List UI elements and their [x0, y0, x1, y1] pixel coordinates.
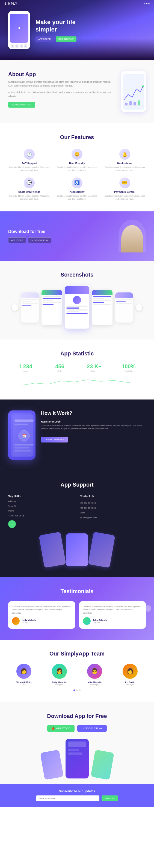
svg-rect-8	[14, 420, 34, 422]
testimonial-text-1: Curabitur blandit tempus porttitor. Maec…	[83, 605, 142, 615]
feature-item-4: ♿ Accessibility Curabitur blandit tempus…	[56, 178, 98, 201]
banner-appstore-btn[interactable]: APP STORE	[8, 238, 26, 243]
about-body2: Nullam id dolor id nibh ultricies vehicu…	[8, 91, 116, 98]
author-avatar-1	[83, 617, 91, 625]
team-carousel-dots	[8, 689, 146, 691]
team-role-2: Developer	[79, 683, 111, 685]
support-section: App Support Say Hello Address Triton Str…	[0, 471, 154, 577]
support-send-btn[interactable]: →	[8, 520, 16, 528]
support-title: App Support	[8, 482, 146, 488]
team-role-3: Manager	[114, 683, 146, 685]
team-section: Our SimplyApp Team 👩 Elizabeth Miller CE…	[0, 640, 154, 702]
googleplay-button[interactable]: GOOGLE PLAY	[56, 36, 77, 42]
stats-section: App Statistic 1 234 Users 456 Calls 23 K…	[0, 340, 154, 400]
feature-title-1: User Friendly	[56, 162, 98, 164]
testimonial-text-0: Curabitur blandit tempus porttitor. Maec…	[12, 605, 71, 615]
how-phone: 📅	[8, 410, 36, 460]
feature-desc-4: Curabitur blandit tempus porttitor. Maec…	[56, 194, 98, 201]
testimonials-next[interactable]: ›	[145, 605, 151, 612]
svg-rect-9	[14, 424, 28, 425]
feature-icon-2: 🔔	[119, 149, 130, 160]
carousel-prev[interactable]: ‹	[12, 304, 18, 311]
svg-rect-12	[14, 444, 34, 445]
hero-section: SIMPLY ✦ ⊞ ⊞ ⊞ ⊞ Make y	[0, 0, 154, 60]
download-banner-section: Download for free APP STORE ▷ GOOGLE PLA…	[0, 211, 154, 261]
how-phone-screen: 📅	[11, 413, 33, 457]
testimonial-author-0: Kelly Michelle Designer	[12, 617, 71, 625]
feature-icon-3: 💬	[24, 178, 35, 188]
google-play-icon: ▷	[31, 239, 33, 242]
phone-app-icon: ✦	[17, 25, 21, 31]
feature-title-3: Chats with Friends	[8, 191, 50, 193]
support-phone-2	[66, 533, 88, 566]
stats-wave-chart	[8, 376, 146, 388]
support-address: Address Triton Str.	[8, 500, 74, 508]
nav-dot-2	[146, 3, 148, 4]
download-text: Download for free APP STORE ▷ GOOGLE PLA…	[8, 229, 51, 243]
about-section: About App Curabitur blandit tempus portt…	[0, 60, 154, 123]
subscribe-section: Subscribe to our updates Subscribe	[0, 784, 154, 807]
how-title: How it Work?	[41, 410, 146, 416]
hero-headline2: simpler	[36, 26, 146, 33]
team-dot-1	[76, 689, 78, 691]
phone-screen: ✦	[10, 14, 28, 43]
stat-3: 100% Usability	[111, 364, 146, 372]
contact-phone-value: +38 074 25 25 25 +38 074 25 25 25	[80, 502, 96, 509]
svg-point-1	[142, 86, 144, 87]
how-step1-title: Register or Login	[41, 420, 146, 423]
author-avatar-0	[12, 617, 20, 625]
stat-1: 456 Calls	[43, 364, 77, 372]
how-step1-desc: Curabitur blandit tempus porttitor. Maec…	[41, 424, 146, 430]
team-member-3: 👩 Iris Smith Manager	[114, 664, 146, 685]
screenshots-title: Screenshots	[5, 272, 149, 278]
phone-value: +38 074 25 25 25	[8, 515, 24, 517]
footer-google-btn[interactable]: ▷ GOOGLE PLAY	[77, 725, 107, 732]
stat-0: 1 234 Users	[8, 364, 43, 372]
team-name-3: Iris Smith	[114, 681, 146, 683]
team-avatar-2: 👨	[87, 664, 102, 679]
how-section: 📅 How it Work? Register or Login Curabit…	[0, 400, 154, 471]
team-name-2: Mike Michelle	[79, 681, 111, 683]
author-role-1: Developer	[93, 621, 107, 623]
download-footer-section: Download App for Free 🍎 APP STORE ▷ GOOG…	[0, 702, 154, 784]
about-text: About App Curabitur blandit tempus portt…	[8, 71, 116, 107]
person-silhouette	[121, 225, 143, 252]
author-name-1: John Orlando	[93, 619, 107, 621]
feature-item-2: 🔔 Notifications Curabitur blandit tempus…	[104, 149, 146, 172]
feature-icon-1: 😊	[72, 149, 82, 160]
features-grid: 🕐 24/7 Support Curabitur blandit tempus …	[8, 149, 146, 200]
author-info-1: John Orlando Developer	[93, 619, 107, 623]
how-text: How it Work? Register or Login Curabitur…	[41, 410, 146, 442]
contact-title: Contact Us	[80, 495, 146, 498]
team-title: Our SimplyApp Team	[8, 651, 146, 657]
about-download-btn[interactable]: DOWNLOAD FREE	[8, 102, 35, 107]
support-phone: Phone +38 074 25 25 25	[8, 509, 74, 518]
footer-phone-2	[90, 749, 114, 780]
subscribe-text: Subscribe to our updates	[8, 789, 146, 793]
feature-title-0: 24/7 Support	[8, 162, 50, 164]
feature-desc-2: Curabitur blandit tempus porttitor. Maec…	[104, 166, 146, 172]
how-download-btn[interactable]: DOWNLOAD FREE	[41, 437, 68, 442]
svg-rect-6	[138, 100, 140, 105]
carousel-next[interactable]: ›	[136, 304, 142, 311]
testimonial-0: Curabitur blandit tempus porttitor. Maec…	[8, 601, 75, 629]
appstore-button[interactable]: APP STORE	[36, 36, 53, 42]
team-role-1: Designer	[44, 683, 75, 685]
banner-google-btn[interactable]: ▷ GOOGLE PLAY	[28, 238, 51, 243]
team-member-1: 👩 Polly Michelle Designer	[44, 664, 75, 685]
feature-desc-1: Curabitur blandit tempus porttitor. Maec…	[56, 166, 98, 172]
features-section: Our Features 🕐 24/7 Support Curabitur bl…	[0, 123, 154, 211]
support-contact: Contact Us +38 074 25 25 25 +38 074 25 2…	[80, 495, 146, 528]
footer-appstore-btn[interactable]: 🍎 APP STORE	[47, 725, 74, 732]
subscribe-email-input[interactable]	[36, 796, 100, 801]
about-chart	[123, 74, 145, 110]
footer-phone-1	[40, 749, 63, 780]
support-grid: Say Hello Address Triton Str. Phone +38 …	[8, 495, 146, 528]
feature-icon-4: ♿	[72, 178, 82, 188]
feature-item-0: 🕐 24/7 Support Curabitur blandit tempus …	[8, 149, 50, 172]
subscribe-btn[interactable]: Subscribe	[102, 796, 118, 801]
stat-2: 23 K+ Like It	[77, 364, 111, 372]
subscribe-form: Subscribe	[36, 796, 118, 801]
hero-phone: ✦ ⊞ ⊞ ⊞ ⊞	[8, 11, 30, 49]
about-title: About App	[8, 71, 116, 78]
